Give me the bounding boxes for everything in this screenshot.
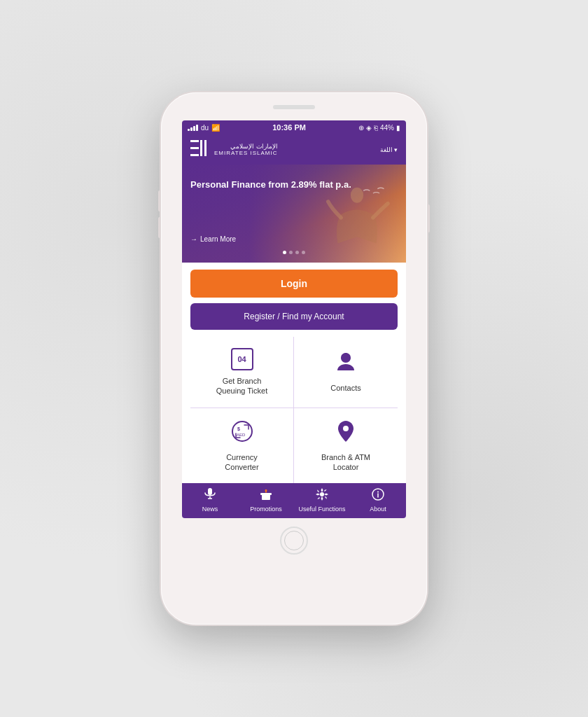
lang-label: اللغة <box>380 146 393 153</box>
svg-text:$: $ <box>237 426 240 432</box>
phone-screen: du 📶 10:36 PM ⊕ ◈ ⎗ 44% ▮ <box>182 120 406 518</box>
branch-atm-label: Branch & ATMLocator <box>321 452 370 473</box>
learn-more-label: Learn More <box>200 235 236 243</box>
promo-banner[interactable]: Personal Finance from 2.89% flat p.a. → … <box>182 165 406 263</box>
phone-mockup: du 📶 10:36 PM ⊕ ◈ ⎗ 44% ▮ <box>161 92 427 625</box>
svg-rect-10 <box>208 488 212 495</box>
battery-label: 44% <box>380 124 394 132</box>
bank-logo-icon <box>190 140 210 159</box>
svg-rect-4 <box>204 140 206 156</box>
svg-point-6 <box>232 422 252 441</box>
useful-functions-label: Useful Functions <box>298 506 345 513</box>
banner-title: Personal Finance from 2.89% flat p.a. <box>190 179 351 191</box>
svg-text:AED: AED <box>237 433 246 437</box>
svg-rect-14 <box>262 494 270 500</box>
battery-icon: ▮ <box>396 124 400 132</box>
bank-logo-text: الإمارات الإسلامي EMIRATES ISLAMIC <box>214 143 278 156</box>
banner-dots <box>283 251 305 254</box>
svg-point-5 <box>351 188 363 203</box>
status-bar: du 📶 10:36 PM ⊕ ◈ ⎗ 44% ▮ <box>182 120 406 134</box>
svg-rect-3 <box>200 140 202 156</box>
contacts-icon <box>336 351 356 377</box>
nav-useful-functions[interactable]: Useful Functions <box>294 487 350 513</box>
signal-bar-4 <box>196 125 198 131</box>
branch-queuing-item[interactable]: 04 Get BranchQueuing Ticket <box>190 337 294 408</box>
action-buttons: Login Register / Find my Account <box>182 263 406 337</box>
dot-3 <box>295 251 299 254</box>
branch-atm-item[interactable]: Branch & ATMLocator <box>294 408 398 484</box>
currency-icon: $ AED <box>230 419 254 447</box>
svg-point-9 <box>343 426 349 431</box>
language-button[interactable]: اللغة ▾ <box>380 146 398 153</box>
svg-rect-0 <box>190 140 199 142</box>
logo-english: EMIRATES ISLAMIC <box>214 150 278 156</box>
signal-bar-1 <box>188 129 190 131</box>
gear-icon <box>315 487 329 503</box>
bottom-navigation: News Promotions <box>182 483 406 518</box>
alarm-icon: ◈ <box>366 124 372 132</box>
svg-point-15 <box>320 492 324 496</box>
currency-label: CurrencyConverter <box>225 452 258 473</box>
volume-up-button[interactable] <box>158 190 161 211</box>
news-label: News <box>202 506 218 513</box>
banner-silhouette <box>322 186 392 263</box>
dot-1 <box>283 251 286 254</box>
logo-area: الإمارات الإسلامي EMIRATES ISLAMIC <box>190 140 278 159</box>
register-button[interactable]: Register / Find my Account <box>190 303 398 330</box>
location-pin-icon <box>336 419 356 447</box>
app-header: الإمارات الإسلامي EMIRATES ISLAMIC اللغة… <box>182 134 406 165</box>
promotions-label: Promotions <box>250 506 282 513</box>
location-status-icon: ⊕ <box>358 124 364 132</box>
feature-grid: 04 Get BranchQueuing Ticket Contacts <box>190 337 398 483</box>
microphone-icon <box>204 487 216 503</box>
dot-2 <box>289 251 293 254</box>
arrow-right-icon: → <box>190 235 197 243</box>
wifi-icon: 📶 <box>211 124 220 132</box>
logo-arabic: الإمارات الإسلامي <box>214 143 278 150</box>
signal-bar-2 <box>190 127 192 131</box>
dot-4 <box>302 251 305 254</box>
nav-about[interactable]: About <box>350 487 406 513</box>
home-button-inner <box>284 531 304 550</box>
svg-rect-2 <box>190 154 199 156</box>
status-time: 10:36 PM <box>272 123 306 132</box>
status-left: du 📶 <box>188 124 220 132</box>
svg-rect-1 <box>190 147 199 149</box>
phone-speaker <box>273 105 315 109</box>
contacts-item[interactable]: Contacts <box>294 337 398 408</box>
carrier-label: du <box>201 124 209 132</box>
chevron-down-icon: ▾ <box>394 146 398 153</box>
svg-point-17 <box>377 492 379 493</box>
currency-converter-item[interactable]: $ AED CurrencyConverter <box>190 408 294 484</box>
home-button[interactable] <box>280 527 308 555</box>
power-button[interactable] <box>427 204 430 232</box>
banner-text: Personal Finance from 2.89% flat p.a. <box>190 179 351 191</box>
contacts-label: Contacts <box>330 383 360 393</box>
status-right: ⊕ ◈ ⎗ 44% ▮ <box>358 124 400 132</box>
login-button[interactable]: Login <box>190 270 398 298</box>
signal-bar-3 <box>193 126 195 131</box>
gift-icon <box>259 487 273 503</box>
info-icon <box>371 487 385 503</box>
ticket-icon: 04 <box>231 348 253 370</box>
signal-bars <box>188 125 198 131</box>
nav-news[interactable]: News <box>182 487 238 513</box>
volume-down-button[interactable] <box>158 217 161 238</box>
headphone-icon: ⎗ <box>374 124 378 132</box>
nav-promotions[interactable]: Promotions <box>238 487 294 513</box>
branch-queuing-label: Get BranchQueuing Ticket <box>216 376 267 396</box>
learn-more-link[interactable]: → Learn More <box>190 235 236 243</box>
about-label: About <box>370 506 386 513</box>
